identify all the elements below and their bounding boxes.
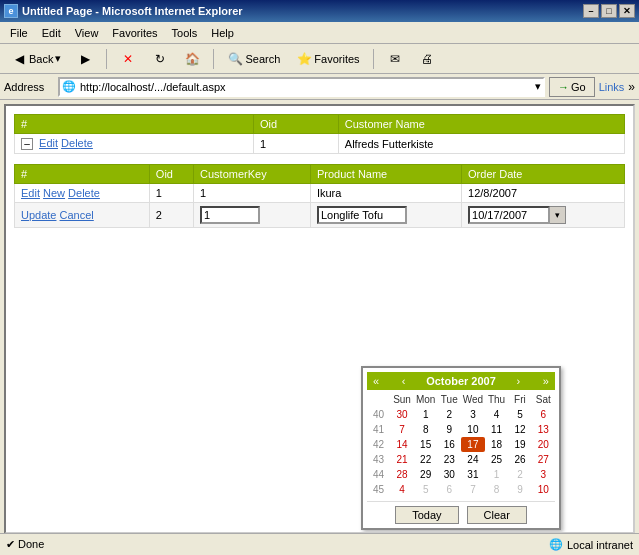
- search-button[interactable]: 🔍 Search: [220, 48, 287, 70]
- calendar-day[interactable]: 20: [532, 437, 555, 452]
- collapse-icon[interactable]: –: [21, 138, 33, 150]
- calendar-day[interactable]: 28: [390, 467, 414, 482]
- row2-oid-cell: [194, 203, 311, 228]
- menu-edit[interactable]: Edit: [36, 25, 67, 41]
- calendar-day[interactable]: 8: [485, 482, 509, 497]
- row1-new-link[interactable]: New: [43, 187, 65, 199]
- calendar-day[interactable]: 30: [438, 467, 462, 482]
- calendar-day[interactable]: 18: [485, 437, 509, 452]
- row1-order-date: 12/8/2007: [462, 184, 625, 203]
- menu-tools[interactable]: Tools: [166, 25, 204, 41]
- outer-col-oid: Oid: [254, 115, 339, 134]
- address-label: Address: [4, 81, 54, 93]
- close-button[interactable]: ✕: [619, 4, 635, 18]
- calendar-day[interactable]: 9: [438, 422, 462, 437]
- calendar-day[interactable]: 14: [390, 437, 414, 452]
- home-button[interactable]: 🏠: [177, 48, 207, 70]
- calendar-day[interactable]: 12: [508, 422, 531, 437]
- calendar-day[interactable]: 1: [414, 407, 438, 422]
- calendar-day[interactable]: 2: [508, 467, 531, 482]
- calendar-day[interactable]: 8: [414, 422, 438, 437]
- forward-button[interactable]: ▶: [70, 48, 100, 70]
- calendar-day[interactable]: 24: [461, 452, 485, 467]
- calendar-day[interactable]: 6: [438, 482, 462, 497]
- calendar-day[interactable]: 25: [485, 452, 509, 467]
- row2-product-input[interactable]: [317, 206, 407, 224]
- go-button[interactable]: → Go: [549, 77, 595, 97]
- outer-row-oid: 1: [254, 134, 339, 154]
- date-dropdown-button[interactable]: ▾: [550, 206, 566, 224]
- calendar-week-row: 4178910111213: [367, 422, 555, 437]
- row2-oid-input[interactable]: [200, 206, 260, 224]
- prev-month-button[interactable]: ‹: [400, 375, 408, 387]
- clear-button[interactable]: Clear: [467, 506, 527, 524]
- mail-button[interactable]: ✉: [380, 48, 410, 70]
- calendar-day[interactable]: 3: [461, 407, 485, 422]
- calendar-day[interactable]: 23: [438, 452, 462, 467]
- calendar-day[interactable]: 16: [438, 437, 462, 452]
- address-dropdown-icon[interactable]: ▾: [535, 80, 541, 93]
- next-month-button[interactable]: ›: [515, 375, 523, 387]
- menu-favorites[interactable]: Favorites: [106, 25, 163, 41]
- row2-date-input[interactable]: [468, 206, 550, 224]
- calendar-day[interactable]: 21: [390, 452, 414, 467]
- menu-file[interactable]: File: [4, 25, 34, 41]
- minimize-button[interactable]: –: [583, 4, 599, 18]
- calendar-day[interactable]: 1: [485, 467, 509, 482]
- cal-col-sat: Sat: [532, 392, 555, 407]
- calendar-day[interactable]: 10: [532, 482, 555, 497]
- cal-col-tue: Tue: [438, 392, 462, 407]
- calendar-day[interactable]: 17: [461, 437, 485, 452]
- mail-icon: ✉: [387, 51, 403, 67]
- back-button[interactable]: ◀ Back ▾: [4, 48, 68, 70]
- calendar-day[interactable]: 29: [414, 467, 438, 482]
- calendar-day[interactable]: 3: [532, 467, 555, 482]
- refresh-button[interactable]: ↻: [145, 48, 175, 70]
- stop-icon: ✕: [120, 51, 136, 67]
- outer-edit-link[interactable]: Edit: [39, 137, 58, 149]
- calendar-day[interactable]: 19: [508, 437, 531, 452]
- calendar-day[interactable]: 13: [532, 422, 555, 437]
- outer-delete-link[interactable]: Delete: [61, 137, 93, 149]
- row1-edit-link[interactable]: Edit: [21, 187, 40, 199]
- calendar-day[interactable]: 5: [414, 482, 438, 497]
- cal-week-number: 43: [367, 452, 390, 467]
- row2-update-link[interactable]: Update: [21, 209, 56, 221]
- calendar-day[interactable]: 15: [414, 437, 438, 452]
- row2-cancel-link[interactable]: Cancel: [60, 209, 94, 221]
- search-label: Search: [245, 53, 280, 65]
- inner-col-customerkey: CustomerKey: [194, 165, 311, 184]
- calendar-day[interactable]: 4: [390, 482, 414, 497]
- calendar-day[interactable]: 9: [508, 482, 531, 497]
- today-button[interactable]: Today: [395, 506, 458, 524]
- calendar-day[interactable]: 31: [461, 467, 485, 482]
- cal-col-wed: Wed: [461, 392, 485, 407]
- maximize-button[interactable]: □: [601, 4, 617, 18]
- calendar-day[interactable]: 27: [532, 452, 555, 467]
- calendar-day[interactable]: 7: [390, 422, 414, 437]
- row1-delete-link[interactable]: Delete: [68, 187, 100, 199]
- calendar-day[interactable]: 10: [461, 422, 485, 437]
- links-chevron-icon: »: [628, 80, 635, 94]
- calendar-day[interactable]: 22: [414, 452, 438, 467]
- calendar-day[interactable]: 4: [485, 407, 509, 422]
- menu-help[interactable]: Help: [205, 25, 240, 41]
- address-input[interactable]: [80, 81, 531, 93]
- links-label[interactable]: Links: [599, 81, 625, 93]
- back-dropdown-icon: ▾: [55, 52, 61, 65]
- calendar-day[interactable]: 5: [508, 407, 531, 422]
- calendar-day[interactable]: 30: [390, 407, 414, 422]
- prev-year-button[interactable]: «: [371, 375, 381, 387]
- outer-row-expand[interactable]: – Edit Delete: [15, 134, 254, 154]
- stop-button[interactable]: ✕: [113, 48, 143, 70]
- next-year-button[interactable]: »: [541, 375, 551, 387]
- calendar-day[interactable]: 26: [508, 452, 531, 467]
- calendar-day[interactable]: 6: [532, 407, 555, 422]
- calendar-day[interactable]: 2: [438, 407, 462, 422]
- calendar-day[interactable]: 11: [485, 422, 509, 437]
- print-button[interactable]: 🖨: [412, 48, 442, 70]
- favorites-button[interactable]: ⭐ Favorites: [289, 48, 366, 70]
- outer-row-customer-name: Alfreds Futterkiste: [338, 134, 624, 154]
- menu-view[interactable]: View: [69, 25, 105, 41]
- calendar-day[interactable]: 7: [461, 482, 485, 497]
